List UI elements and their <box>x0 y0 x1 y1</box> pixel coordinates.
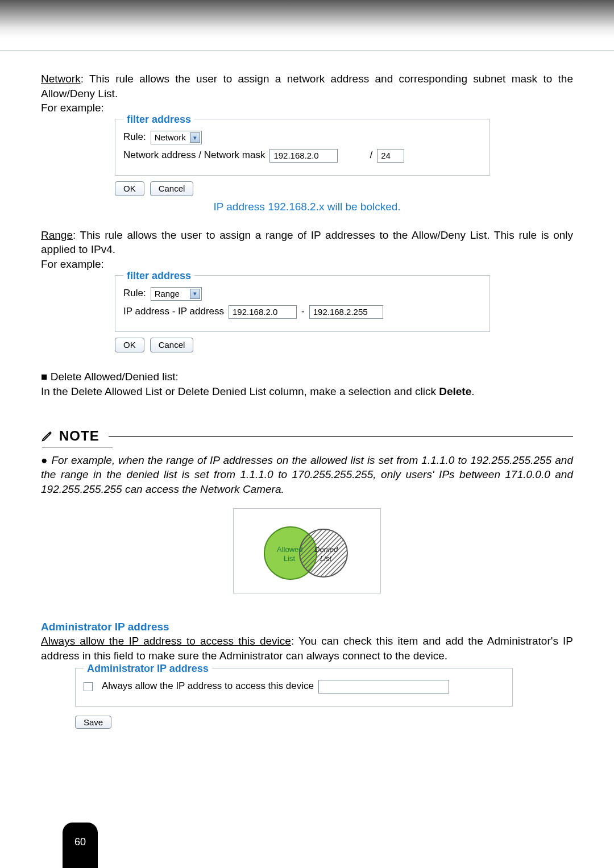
slash-label: / <box>370 149 372 162</box>
dash-label: - <box>301 305 305 318</box>
svg-text:List: List <box>320 554 333 563</box>
denied-label: Denied <box>314 545 338 554</box>
admin-ip-fieldset: Administrator IP address Always allow th… <box>75 668 513 707</box>
note-body: For example, when the range of IP addres… <box>41 453 573 497</box>
admin-ip-input[interactable] <box>318 680 449 693</box>
network-desc: : This rule allows the user to assign a … <box>41 73 573 99</box>
range-desc: : This rule allows the user to assign a … <box>41 229 573 256</box>
admin-ip-title: Administrator IP address <box>41 620 573 634</box>
page-number-badge: 60 <box>63 823 98 868</box>
rule-select-value: Network <box>155 132 186 143</box>
network-mask-input[interactable]: 24 <box>377 149 404 163</box>
rule-label-2: Rule: <box>123 287 146 300</box>
network-mask-label: Network address / Network mask <box>123 149 265 162</box>
chevron-down-icon: ▾ <box>190 289 200 299</box>
for-example-2: For example: <box>41 257 573 272</box>
delete-list-heading: Delete Allowed/Denied list: <box>41 369 573 384</box>
page-number: 60 <box>74 836 86 848</box>
chevron-down-icon: ▾ <box>190 132 200 143</box>
network-paragraph: Network: This rule allows the user to as… <box>41 72 573 101</box>
ok-button-2[interactable]: OK <box>115 338 144 352</box>
note-block: NOTE For example, when the range of IP a… <box>41 427 573 593</box>
always-allow-checkbox[interactable] <box>84 682 93 691</box>
ok-button[interactable]: OK <box>115 181 144 196</box>
rule-select-network[interactable]: Network ▾ <box>151 131 202 144</box>
header-gradient <box>0 0 614 51</box>
cancel-button[interactable]: Cancel <box>150 181 194 196</box>
allowed-label: Allowed <box>277 545 303 554</box>
delete-list-desc: In the Delete Allowed List or Delete Den… <box>41 384 573 399</box>
cancel-button-2[interactable]: Cancel <box>150 338 194 352</box>
svg-text:List: List <box>284 554 296 563</box>
note-divider <box>109 436 573 437</box>
pen-icon <box>41 430 53 442</box>
admin-ip-desc: Always allow the IP address to access th… <box>41 634 573 663</box>
ip-range-label: IP address - IP address <box>123 305 224 318</box>
note-underline <box>42 447 113 447</box>
page-content: Network: This rule allows the user to as… <box>0 51 614 729</box>
delete-bold: Delete <box>439 385 471 397</box>
ip-start-input[interactable]: 192.168.2.0 <box>229 305 297 319</box>
fieldset-legend-2: filter address <box>123 269 194 283</box>
for-example-1: For example: <box>41 101 573 115</box>
fieldset-legend: filter address <box>123 113 194 126</box>
rule-select-range[interactable]: Range ▾ <box>151 287 202 301</box>
filter-address-network-fieldset: filter address Rule: Network ▾ Network a… <box>115 119 490 176</box>
network-address-input[interactable]: 192.168.2.0 <box>269 149 338 163</box>
rule-select-value-2: Range <box>155 288 180 300</box>
admin-always-allow-term: Always allow the IP address to access th… <box>41 635 291 647</box>
network-caption: IP address 192.168.2.x will be bolcked. <box>41 200 573 214</box>
admin-legend: Administrator IP address <box>84 662 212 675</box>
network-term: Network <box>41 73 81 85</box>
ip-end-input[interactable]: 192.168.2.255 <box>309 305 383 319</box>
note-title: NOTE <box>59 427 99 445</box>
venn-diagram: Allowed List Denied List <box>233 508 381 593</box>
save-button[interactable]: Save <box>75 716 111 729</box>
filter-address-range-fieldset: filter address Rule: Range ▾ IP address … <box>115 275 490 332</box>
rule-label: Rule: <box>123 131 146 144</box>
always-allow-label: Always allow the IP address to access th… <box>102 680 314 693</box>
range-paragraph: Range: This rule allows the user to assi… <box>41 228 573 257</box>
range-term: Range <box>41 229 73 241</box>
